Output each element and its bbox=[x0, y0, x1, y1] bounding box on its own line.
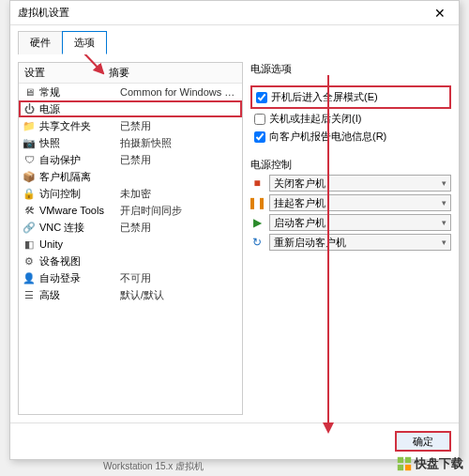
power-control-0: ■关闭客户机▾ bbox=[250, 175, 451, 192]
power-select-label-3: 重新启动客户机 bbox=[274, 236, 346, 250]
item-summary: 不可用 bbox=[120, 271, 238, 285]
svg-rect-2 bbox=[398, 457, 403, 463]
stop-icon: ■ bbox=[250, 177, 264, 190]
link-icon: 🔗 bbox=[23, 221, 36, 234]
login-icon: 👤 bbox=[23, 271, 36, 284]
checkbox-row-1: 关机或挂起后关闭(I) bbox=[250, 111, 451, 127]
list-header: 设置 摘要 bbox=[19, 63, 242, 84]
monitor-icon: 🖥 bbox=[23, 85, 36, 99]
checkbox-0[interactable]: 开机后进入全屏模式(E) bbox=[256, 89, 446, 105]
item-summary: 已禁用 bbox=[120, 221, 238, 235]
list-item-Unity[interactable]: ◧Unity bbox=[19, 236, 242, 253]
power-icon: ⏻ bbox=[23, 102, 36, 115]
box-icon: 📦 bbox=[23, 170, 36, 183]
play-icon: ▶ bbox=[250, 216, 264, 229]
checkbox-input-0[interactable] bbox=[256, 92, 267, 103]
power-select-label-2: 启动客户机 bbox=[274, 216, 325, 230]
power-select-3[interactable]: 重新启动客户机▾ bbox=[269, 234, 451, 251]
list-item-自动保护[interactable]: 🛡自动保护已禁用 bbox=[19, 151, 242, 168]
shield-icon: 🛡 bbox=[23, 153, 36, 166]
checkbox-1[interactable]: 关机或挂起后关闭(I) bbox=[254, 111, 447, 127]
item-name: VNC 连接 bbox=[39, 221, 120, 235]
power-select-label-1: 挂起客户机 bbox=[274, 196, 325, 210]
checkbox-label-1: 关机或挂起后关闭(I) bbox=[269, 112, 361, 126]
col-setting: 设置 bbox=[24, 66, 109, 80]
checkbox-row-2: 向客户机报告电池信息(R) bbox=[250, 129, 451, 145]
list-item-高级[interactable]: ☰高级默认/默认 bbox=[19, 286, 242, 303]
power-options-group: 开机后进入全屏模式(E)关机或挂起后关闭(I)向客户机报告电池信息(R) bbox=[250, 84, 451, 145]
unity-icon: ◧ bbox=[23, 238, 36, 251]
list-body[interactable]: 🖥常规Common for Windows 10 Enterprise...⏻电… bbox=[19, 84, 242, 414]
dialog-title: 虚拟机设置 bbox=[18, 6, 69, 20]
camera-icon: 📷 bbox=[23, 136, 36, 149]
chevron-down-icon: ▾ bbox=[442, 218, 446, 227]
chevron-down-icon: ▾ bbox=[442, 238, 446, 247]
watermark-text: 快盘下载 bbox=[415, 455, 463, 472]
power-select-0[interactable]: 关闭客户机▾ bbox=[269, 175, 451, 192]
checkbox-row-0: 开机后进入全屏模式(E) bbox=[250, 85, 451, 109]
item-summary: 未加密 bbox=[120, 187, 238, 201]
settings-list: 设置 摘要 🖥常规Common for Windows 10 Enterpris… bbox=[18, 62, 243, 415]
power-control-1: ❚❚挂起客户机▾ bbox=[250, 194, 451, 211]
close-icon: ✕ bbox=[434, 6, 446, 21]
power-controls: 电源控制 ■关闭客户机▾❚❚挂起客户机▾▶启动客户机▾↻重新启动客户机▾ bbox=[250, 158, 451, 253]
list-item-电源[interactable]: ⏻电源 bbox=[19, 100, 242, 117]
folder-icon: 📁 bbox=[23, 119, 36, 132]
adv-icon: ☰ bbox=[23, 288, 36, 301]
item-name: 快照 bbox=[39, 136, 120, 150]
checkbox-label-0: 开机后进入全屏模式(E) bbox=[271, 90, 378, 104]
power-control-3: ↻重新启动客户机▾ bbox=[250, 234, 451, 251]
titlebar: 虚拟机设置 ✕ bbox=[10, 1, 459, 25]
ok-button[interactable]: 确定 bbox=[395, 431, 451, 452]
checkbox-input-2[interactable] bbox=[254, 131, 265, 143]
power-select-label-0: 关闭客户机 bbox=[274, 177, 325, 191]
list-item-快照[interactable]: 📷快照拍摄新快照 bbox=[19, 134, 242, 151]
watermark: 快盘下载 bbox=[396, 455, 463, 472]
tab-hardware[interactable]: 硬件 bbox=[18, 31, 63, 54]
item-summary: 开启时间同步 bbox=[120, 204, 238, 218]
list-item-客户机隔离[interactable]: 📦客户机隔离 bbox=[19, 168, 242, 185]
checkbox-2[interactable]: 向客户机报告电池信息(R) bbox=[254, 129, 447, 145]
item-name: 高级 bbox=[39, 288, 120, 302]
tools-icon: 🛠 bbox=[23, 204, 36, 217]
svg-rect-5 bbox=[405, 465, 411, 470]
power-control-label: 电源控制 bbox=[250, 158, 451, 172]
close-button[interactable]: ✕ bbox=[421, 1, 459, 25]
vm-settings-dialog: 虚拟机设置 ✕ 硬件 选项 设置 摘要 🖥常规Common for Window… bbox=[9, 0, 460, 460]
watermark-icon bbox=[396, 455, 413, 472]
footer-text: Workstation 15.x 虚拟机 bbox=[103, 460, 204, 473]
item-name: 电源 bbox=[39, 102, 120, 116]
right-panel: 电源选项 开机后进入全屏模式(E)关机或挂起后关闭(I)向客户机报告电池信息(R… bbox=[250, 62, 451, 415]
list-item-VMware Tools[interactable]: 🛠VMware Tools开启时间同步 bbox=[19, 202, 242, 219]
list-item-共享文件夹[interactable]: 📁共享文件夹已禁用 bbox=[19, 117, 242, 134]
item-summary: 默认/默认 bbox=[120, 288, 238, 302]
dialog-body: 设置 摘要 🖥常规Common for Windows 10 Enterpris… bbox=[10, 54, 459, 422]
lock-icon: 🔒 bbox=[23, 187, 36, 200]
device-icon: ⚙ bbox=[23, 254, 36, 268]
power-control-2: ▶启动客户机▾ bbox=[250, 214, 451, 231]
list-item-VNC 连接[interactable]: 🔗VNC 连接已禁用 bbox=[19, 219, 242, 236]
item-name: 常规 bbox=[39, 85, 120, 100]
checkbox-input-1[interactable] bbox=[254, 114, 265, 125]
svg-rect-3 bbox=[405, 457, 411, 463]
button-bar: 确定 bbox=[10, 422, 459, 459]
list-item-访问控制[interactable]: 🔒访问控制未加密 bbox=[19, 185, 242, 202]
item-name: 设备视图 bbox=[39, 254, 120, 269]
power-select-2[interactable]: 启动客户机▾ bbox=[269, 214, 451, 231]
item-name: 自动登录 bbox=[39, 271, 120, 285]
item-summary: 已禁用 bbox=[120, 153, 238, 167]
col-summary: 摘要 bbox=[109, 66, 129, 80]
list-item-设备视图[interactable]: ⚙设备视图 bbox=[19, 253, 242, 269]
item-name: 共享文件夹 bbox=[39, 119, 120, 133]
chevron-down-icon: ▾ bbox=[442, 178, 446, 188]
item-name: 访问控制 bbox=[39, 187, 120, 201]
list-item-自动登录[interactable]: 👤自动登录不可用 bbox=[19, 269, 242, 286]
tab-options[interactable]: 选项 bbox=[62, 31, 107, 54]
item-name: VMware Tools bbox=[39, 205, 120, 216]
power-options-label: 电源选项 bbox=[250, 62, 451, 76]
item-summary: 已禁用 bbox=[120, 119, 238, 133]
list-item-常规[interactable]: 🖥常规Common for Windows 10 Enterprise... bbox=[19, 84, 242, 100]
chevron-down-icon: ▾ bbox=[442, 198, 446, 207]
power-select-1[interactable]: 挂起客户机▾ bbox=[269, 194, 451, 211]
tab-bar: 硬件 选项 bbox=[10, 25, 459, 54]
